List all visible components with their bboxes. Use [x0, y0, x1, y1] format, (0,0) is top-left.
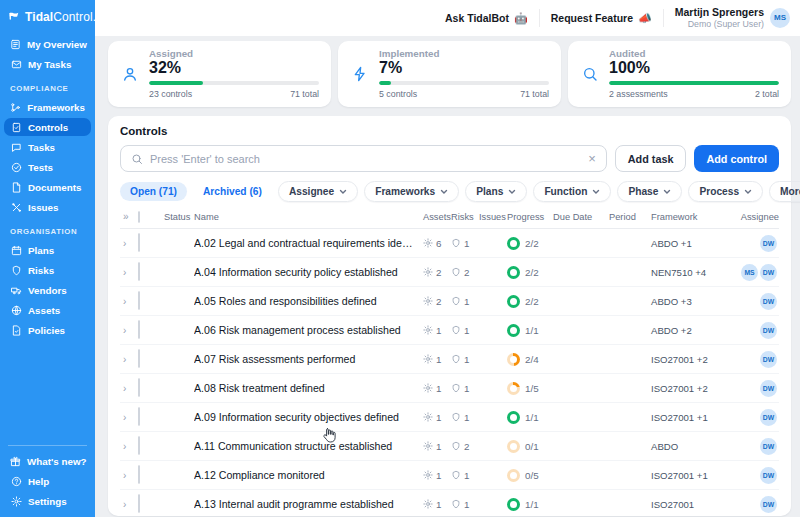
- topbar: Ask TidalBot 🤖 Request Feature 📣 Martijn…: [95, 0, 800, 36]
- sidebar-item-help[interactable]: Help: [4, 472, 91, 490]
- sidebar-item-assets[interactable]: Assets: [4, 301, 91, 319]
- row-checkbox[interactable]: [138, 233, 140, 252]
- request-feature-button[interactable]: Request Feature 📣: [551, 12, 652, 25]
- row-checkbox[interactable]: [138, 436, 140, 455]
- add-task-button[interactable]: Add task: [615, 145, 687, 172]
- table-row[interactable]: › A.02 Legal and contractual requirement…: [120, 229, 779, 258]
- progress-count: 1/1: [525, 412, 539, 423]
- app-logo[interactable]: TidalControl.: [0, 0, 95, 33]
- stat-count: 2 assessments: [609, 89, 668, 99]
- framework-cell: ISO27001 +2: [651, 354, 739, 365]
- expand-row-button[interactable]: ›: [120, 296, 138, 307]
- bolt-icon: [350, 66, 370, 82]
- row-checkbox[interactable]: [138, 494, 140, 513]
- overview-icon: [10, 38, 21, 50]
- sidebar-item-vendors[interactable]: Vendors: [4, 281, 91, 299]
- filter-label: Frameworks: [375, 186, 435, 197]
- table-row[interactable]: › A.13 Internal audit programme establis…: [120, 490, 779, 517]
- table-row[interactable]: › A.11 Communication structure establish…: [120, 432, 779, 461]
- risk-shield-icon: [451, 296, 461, 306]
- framework-cell: NEN7510 +4: [651, 267, 739, 278]
- user-icon: [120, 66, 140, 82]
- table-row[interactable]: › A.12 Compliance monitored 1 1 0/5 ISO2…: [120, 461, 779, 490]
- tab-open-71[interactable]: Open (71): [120, 182, 187, 201]
- expand-row-button[interactable]: ›: [120, 470, 138, 481]
- filter-phase[interactable]: Phase: [617, 181, 682, 202]
- progress-cell: 2/2: [507, 237, 553, 250]
- sidebar-footer: What's new?HelpSettings: [0, 445, 95, 517]
- progress-count: 2/4: [525, 354, 539, 365]
- risks-count: 1: [464, 325, 469, 336]
- table-row[interactable]: › A.06 Risk management process establish…: [120, 316, 779, 345]
- stat-card-implemented: Implemented 7% 5 controls 71 total: [338, 41, 561, 107]
- sidebar-item-risks[interactable]: Risks: [4, 261, 91, 279]
- search-input[interactable]: [150, 153, 581, 165]
- filter-assignee[interactable]: Assignee: [278, 181, 358, 202]
- row-checkbox[interactable]: [138, 378, 140, 397]
- assets-count: 1: [436, 325, 441, 336]
- user-menu[interactable]: Martijn Sprengers Demo (Super User) MS: [675, 6, 790, 29]
- stat-total: 2 total: [755, 89, 779, 99]
- sidebar-item-documents[interactable]: Documents: [4, 178, 91, 196]
- row-checkbox[interactable]: [138, 349, 140, 368]
- ask-tidalbot-button[interactable]: Ask TidalBot 🤖: [445, 12, 528, 25]
- expand-row-button[interactable]: ›: [120, 441, 138, 452]
- filter-process[interactable]: Process: [688, 181, 763, 202]
- row-checkbox[interactable]: [138, 262, 140, 281]
- table-row[interactable]: › A.05 Roles and responsibilities define…: [120, 287, 779, 316]
- filter-plans[interactable]: Plans: [465, 181, 527, 202]
- clear-search-icon[interactable]: ×: [588, 152, 596, 165]
- table-row[interactable]: › A.09 Information security objectives d…: [120, 403, 779, 432]
- sidebar-item-my-overview[interactable]: My Overview: [4, 35, 91, 53]
- chevron-down-icon: [508, 186, 516, 197]
- row-checkbox[interactable]: [138, 291, 140, 310]
- expand-row-button[interactable]: ›: [120, 267, 138, 278]
- chevron-down-icon: [339, 186, 347, 197]
- assets-gear-icon: [423, 325, 433, 335]
- sidebar-item-tasks[interactable]: Tasks: [4, 138, 91, 156]
- select-all-checkbox[interactable]: [138, 211, 140, 223]
- assignee-cell: DW: [739, 496, 779, 513]
- filter-function[interactable]: Function: [533, 181, 611, 202]
- sidebar-item-what-s-new[interactable]: What's new?: [4, 452, 91, 470]
- expand-row-button[interactable]: ›: [120, 383, 138, 394]
- expand-row-button[interactable]: ›: [120, 412, 138, 423]
- risks-count: 1: [464, 238, 469, 249]
- sidebar-item-policies[interactable]: Policies: [4, 321, 91, 339]
- filter-more-filters[interactable]: More filters +: [769, 181, 800, 202]
- sidebar-item-issues[interactable]: Issues: [4, 198, 91, 216]
- expand-row-button[interactable]: ›: [120, 325, 138, 336]
- assets-gear-icon: [423, 470, 433, 480]
- control-name: A.02 Legal and contractual requirements …: [194, 237, 423, 249]
- assets-cell: 1: [423, 354, 451, 365]
- risks-cell: 1: [451, 296, 479, 307]
- document-icon: [10, 181, 22, 193]
- stat-card-audited: Audited 100% 2 assessments 2 total: [568, 41, 791, 107]
- sidebar-item-my-tasks[interactable]: My Tasks: [4, 55, 91, 73]
- progress-count: 1/5: [525, 383, 539, 394]
- sidebar-item-plans[interactable]: Plans: [4, 241, 91, 259]
- table-row[interactable]: › A.08 Risk treatment defined 1 1 1/5 IS…: [120, 374, 779, 403]
- expand-row-button[interactable]: ›: [120, 499, 138, 510]
- sidebar-item-frameworks[interactable]: Frameworks: [4, 98, 91, 116]
- add-control-button[interactable]: Add control: [694, 145, 779, 172]
- sidebar-item-tests[interactable]: Tests: [4, 158, 91, 176]
- sidebar-item-settings[interactable]: Settings: [4, 492, 91, 510]
- progress-ring-icon: [507, 295, 520, 308]
- ask-tidalbot-label: Ask TidalBot: [445, 12, 509, 24]
- row-checkbox[interactable]: [138, 465, 140, 484]
- avatar[interactable]: MS: [770, 8, 790, 28]
- filter-frameworks[interactable]: Frameworks: [364, 181, 459, 202]
- expand-row-button[interactable]: ›: [120, 238, 138, 249]
- expand-row-button[interactable]: ›: [120, 354, 138, 365]
- table-row[interactable]: › A.07 Risk assessments performed 1 1 2/…: [120, 345, 779, 374]
- control-name: A.07 Risk assessments performed: [194, 353, 423, 365]
- table-row[interactable]: › A.04 Information security policy estab…: [120, 258, 779, 287]
- expand-all-button[interactable]: »: [120, 211, 138, 222]
- sidebar-item-controls[interactable]: Controls: [4, 118, 91, 136]
- assignee-badge: DW: [760, 496, 777, 513]
- tab-archived-6[interactable]: Archived (6): [193, 182, 272, 201]
- row-checkbox[interactable]: [138, 407, 140, 426]
- progress-ring-icon: [507, 498, 520, 511]
- row-checkbox[interactable]: [138, 320, 140, 339]
